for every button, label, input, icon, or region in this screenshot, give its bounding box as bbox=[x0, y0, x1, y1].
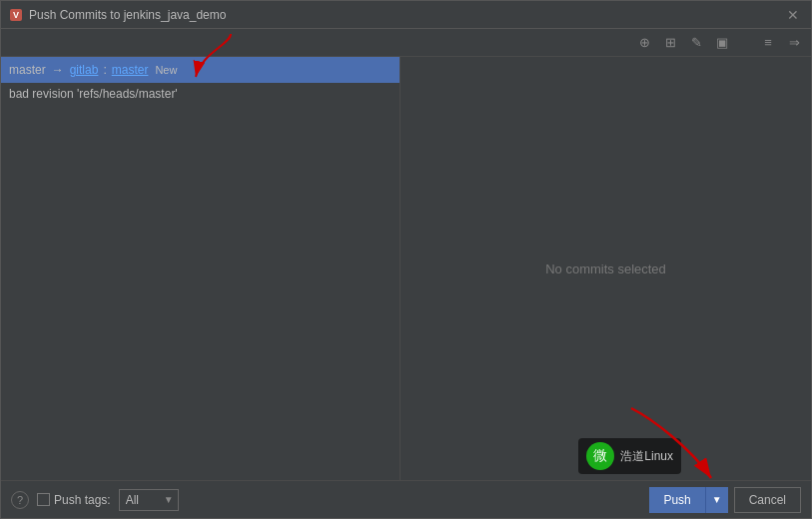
svg-text:V: V bbox=[13, 10, 19, 20]
target-branch-link[interactable]: master bbox=[112, 63, 149, 77]
dropdown-arrow-icon: ▼ bbox=[164, 494, 174, 505]
push-tags-label: Push tags: bbox=[54, 493, 111, 507]
toolbar-grid-icon[interactable]: ⊞ bbox=[659, 32, 681, 54]
toolbar-pin-icon[interactable]: ⊕ bbox=[633, 32, 655, 54]
right-panel: No commits selected bbox=[401, 57, 811, 480]
left-panel: master → gitlab : master New bad revisio… bbox=[1, 57, 401, 480]
help-button[interactable]: ? bbox=[11, 491, 29, 509]
toolbar-image-icon[interactable]: ▣ bbox=[711, 32, 733, 54]
source-branch: master bbox=[9, 63, 46, 77]
main-content: master → gitlab : master New bad revisio… bbox=[1, 57, 811, 480]
bottom-left: ? Push tags: All ▼ bbox=[11, 489, 179, 511]
title-left: V Push Commits to jenkins_java_demo bbox=[9, 8, 226, 22]
toolbar-right: ⊕ ⊞ ✎ ▣ ≡ ⇒ bbox=[633, 32, 805, 54]
title-bar: V Push Commits to jenkins_java_demo ✕ bbox=[1, 1, 811, 29]
error-message: bad revision 'refs/heads/master' bbox=[1, 83, 400, 105]
remote-link[interactable]: gitlab bbox=[70, 63, 99, 77]
watermark-text: 浩道Linux bbox=[620, 448, 673, 465]
bottom-bar: ? Push tags: All ▼ Push ▼ Cancel bbox=[1, 480, 811, 518]
dialog-title: Push Commits to jenkins_java_demo bbox=[29, 8, 226, 22]
push-button[interactable]: Push bbox=[649, 487, 705, 513]
push-tags-group: Push tags: bbox=[37, 493, 111, 507]
watermark: 微 浩道Linux bbox=[578, 438, 681, 474]
push-commits-dialog: V Push Commits to jenkins_java_demo ✕ ⊕ … bbox=[0, 0, 812, 519]
push-dropdown-button[interactable]: ▼ bbox=[706, 487, 728, 513]
toolbar: ⊕ ⊞ ✎ ▣ ≡ ⇒ bbox=[1, 29, 811, 57]
all-dropdown[interactable]: All ▼ bbox=[119, 489, 179, 511]
toolbar-list-icon[interactable]: ≡ bbox=[757, 32, 779, 54]
branch-separator: : bbox=[103, 63, 106, 77]
toolbar-edit-icon[interactable]: ✎ bbox=[685, 32, 707, 54]
branch-arrow-icon: → bbox=[52, 63, 64, 77]
branch-row[interactable]: master → gitlab : master New bbox=[1, 57, 400, 83]
dropdown-value: All bbox=[126, 493, 139, 507]
new-badge: New bbox=[152, 63, 180, 77]
empty-state-message: No commits selected bbox=[545, 261, 666, 276]
push-tags-checkbox[interactable] bbox=[37, 493, 50, 506]
bottom-right: Push ▼ Cancel bbox=[649, 487, 801, 513]
close-button[interactable]: ✕ bbox=[783, 5, 803, 25]
cancel-button[interactable]: Cancel bbox=[734, 487, 801, 513]
app-icon: V bbox=[9, 8, 23, 22]
toolbar-arrow-icon[interactable]: ⇒ bbox=[783, 32, 805, 54]
push-button-group: Push ▼ bbox=[649, 487, 727, 513]
watermark-icon: 微 bbox=[586, 442, 614, 470]
